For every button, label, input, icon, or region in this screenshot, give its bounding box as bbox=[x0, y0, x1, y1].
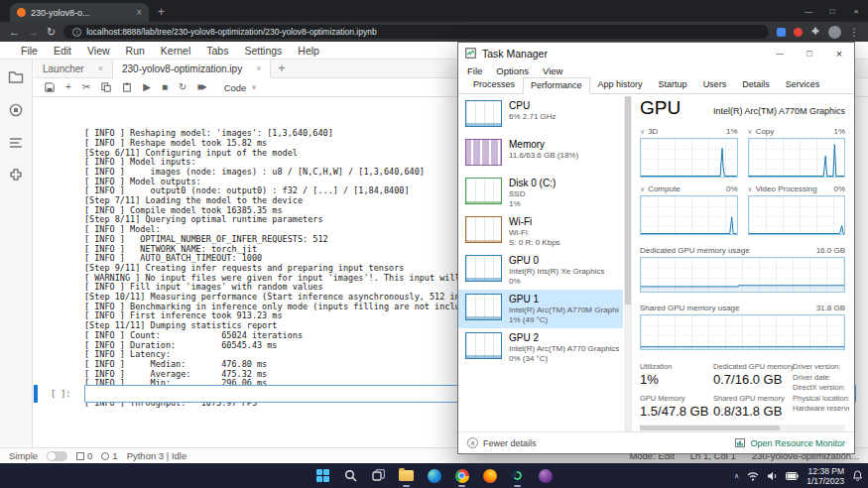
device-item-disk0[interactable]: Disk 0 (C:) SSD 1% bbox=[458, 174, 623, 212]
tm-horizontal-scrollbar[interactable] bbox=[640, 425, 845, 431]
tm-tab[interactable]: Users bbox=[695, 76, 735, 93]
task-view-icon[interactable] bbox=[370, 467, 387, 484]
kernel-status[interactable]: Python 3 | Idle bbox=[127, 450, 187, 461]
chevron-down-icon[interactable]: ∨ bbox=[748, 185, 753, 193]
paste-cells-icon[interactable] bbox=[122, 82, 132, 92]
scrollbar-thumb[interactable] bbox=[625, 96, 631, 305]
tm-tab[interactable]: App history bbox=[590, 76, 651, 93]
jl-menu-item[interactable]: Kernel bbox=[153, 45, 198, 57]
window-close-icon[interactable]: × bbox=[844, 7, 868, 16]
taskbar-clock[interactable]: 12:38 PM 1/17/2023 bbox=[806, 466, 844, 486]
save-icon[interactable] bbox=[45, 82, 55, 92]
browser-menu-icon[interactable]: ⋮ bbox=[849, 27, 859, 38]
new-launcher-icon[interactable]: + bbox=[278, 61, 285, 75]
tab-notebook[interactable]: 230-yolov8-optimization.ipy × bbox=[113, 60, 271, 78]
tm-menu-item[interactable]: View bbox=[543, 65, 562, 76]
stat-utilization: Utilization 1% bbox=[640, 362, 707, 387]
restart-run-all-icon[interactable]: ▶▶ bbox=[197, 82, 203, 92]
kernels-indicator[interactable]: 1 bbox=[101, 450, 117, 461]
task-manager-taskbar-icon[interactable] bbox=[509, 467, 526, 484]
simple-mode-toggle[interactable] bbox=[47, 451, 67, 461]
task-manager-window: Task Manager — □ × FileOptionsView Proce… bbox=[457, 42, 855, 454]
tab-close-icon[interactable]: × bbox=[256, 63, 261, 73]
tm-tab[interactable]: Processes bbox=[465, 76, 523, 93]
chevron-down-icon[interactable]: ∨ bbox=[640, 128, 645, 136]
run-cell-icon[interactable]: ▶ bbox=[143, 82, 151, 92]
new-tab-button[interactable]: + bbox=[158, 6, 165, 18]
tm-titlebar[interactable]: Task Manager — □ × bbox=[458, 43, 854, 63]
tm-maximize-icon[interactable]: □ bbox=[795, 43, 824, 63]
fewer-details-button[interactable]: ∧ Fewer details bbox=[467, 437, 537, 448]
chevron-down-icon[interactable]: ∨ bbox=[748, 128, 753, 136]
jl-menu-item[interactable]: Tabs bbox=[198, 45, 236, 57]
device-item-gpu1[interactable]: GPU 1 Intel(R) Arc(TM) A770M Graphics 1%… bbox=[458, 290, 623, 328]
chevron-down-icon[interactable]: ∨ bbox=[640, 185, 645, 193]
scrollbar-thumb[interactable] bbox=[640, 426, 780, 430]
tm-tab[interactable]: Performance bbox=[523, 77, 590, 94]
device-item-wifi[interactable]: Wi-Fi Wi-Fi S: 0 R: 0 Kbps bbox=[458, 212, 623, 251]
app-purple-icon[interactable] bbox=[537, 467, 554, 484]
jl-menu-item[interactable]: Help bbox=[290, 45, 327, 57]
tm-close-icon[interactable]: × bbox=[824, 43, 854, 63]
tm-vertical-scrollbar[interactable] bbox=[624, 96, 632, 431]
running-sessions-icon[interactable] bbox=[8, 102, 24, 118]
cell-collapser[interactable] bbox=[34, 385, 38, 403]
jl-menu-item[interactable]: View bbox=[79, 45, 118, 57]
browser-tab[interactable]: 230-yolov8-o... × bbox=[10, 3, 149, 22]
device-item-gpu0[interactable]: GPU 0 Intel(R) Iris(R) Xe Graphics 0% bbox=[458, 251, 623, 290]
jl-menu-item[interactable]: Run bbox=[118, 45, 153, 57]
terminals-indicator[interactable]: 0 bbox=[76, 450, 92, 461]
insert-cell-icon[interactable]: + bbox=[65, 82, 71, 92]
chrome-icon[interactable] bbox=[453, 467, 470, 484]
tm-menu-item[interactable]: Options bbox=[496, 65, 529, 76]
profile-avatar[interactable] bbox=[828, 26, 841, 39]
tm-minimize-icon[interactable]: — bbox=[765, 43, 795, 63]
table-of-contents-icon[interactable] bbox=[8, 135, 24, 151]
extensions-puzzle-icon[interactable] bbox=[810, 23, 820, 41]
back-icon[interactable]: ← bbox=[9, 27, 20, 38]
restart-kernel-icon[interactable]: ↻ bbox=[179, 82, 186, 92]
interrupt-kernel-icon[interactable]: ■ bbox=[162, 82, 168, 92]
tm-tab[interactable]: Details bbox=[734, 76, 778, 93]
extension-icon-blue[interactable] bbox=[777, 28, 786, 37]
file-explorer-icon[interactable] bbox=[398, 467, 415, 484]
file-browser-icon[interactable] bbox=[8, 69, 24, 85]
address-bar[interactable]: i localhost:8888/lab/tree/230-yolov8-opt… bbox=[63, 25, 769, 39]
tab-close-icon[interactable]: × bbox=[98, 63, 103, 73]
search-icon[interactable] bbox=[342, 467, 359, 484]
tray-overflow-icon[interactable]: ∧ bbox=[734, 472, 739, 480]
tm-menu-item[interactable]: File bbox=[467, 65, 482, 76]
notification-bell-icon[interactable] bbox=[852, 470, 863, 481]
tm-tab[interactable]: Services bbox=[778, 76, 828, 93]
tab-launcher[interactable]: Launcher × bbox=[34, 60, 113, 77]
window-minimize-icon[interactable]: — bbox=[797, 7, 820, 16]
tm-tab[interactable]: Startup bbox=[651, 76, 695, 93]
window-maximize-icon[interactable]: □ bbox=[820, 7, 844, 16]
extension-icon-red[interactable] bbox=[794, 28, 803, 37]
tab-close-icon[interactable]: × bbox=[136, 8, 142, 18]
forward-icon[interactable]: → bbox=[28, 27, 39, 38]
refresh-icon[interactable]: ↻ bbox=[47, 27, 56, 38]
wifi-icon[interactable] bbox=[747, 471, 759, 481]
jl-menu-item[interactable]: Edit bbox=[46, 45, 79, 57]
jl-menu-item[interactable]: File bbox=[13, 45, 46, 57]
copy-cells-icon[interactable] bbox=[101, 82, 111, 92]
open-resource-monitor-link[interactable]: Open Resource Monitor bbox=[735, 438, 845, 448]
dedicated-memory-canvas bbox=[640, 257, 845, 293]
cell-type-dropdown[interactable]: Code ∨ bbox=[218, 81, 263, 94]
edge-icon[interactable] bbox=[426, 467, 442, 484]
device-item-memory[interactable]: Memory 11.6/63.6 GB (18%) bbox=[458, 135, 623, 174]
device-item-gpu2[interactable]: GPU 2 Intel(R) Arc(TM) A770 Graphics 0% … bbox=[458, 328, 623, 367]
jl-menu-item[interactable]: Settings bbox=[236, 45, 290, 57]
firefox-icon[interactable] bbox=[481, 467, 498, 484]
device-item-cpu[interactable]: CPU 6% 2.71 GHz bbox=[458, 96, 623, 135]
start-button[interactable] bbox=[314, 467, 331, 484]
site-info-icon[interactable]: i bbox=[72, 28, 81, 37]
cut-cells-icon[interactable]: ✂ bbox=[82, 82, 90, 92]
taskbar: ∧ 12:38 PM 1/17/2023 bbox=[0, 463, 868, 488]
dedicated-memory-label: Dedicated GPU memory usage bbox=[640, 246, 750, 255]
extension-manager-icon[interactable] bbox=[8, 168, 24, 183]
volume-icon[interactable] bbox=[767, 471, 778, 481]
battery-icon[interactable] bbox=[786, 472, 799, 480]
clock-date: 1/17/2023 bbox=[806, 476, 844, 486]
